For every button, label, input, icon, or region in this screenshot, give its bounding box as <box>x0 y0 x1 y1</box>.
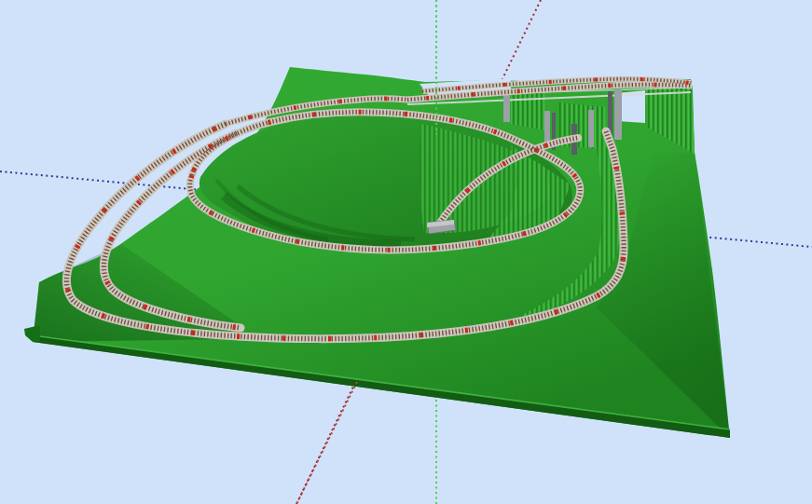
pier <box>614 89 622 140</box>
model-scene-canvas[interactable] <box>0 0 812 504</box>
pier <box>503 94 510 122</box>
pier <box>588 110 594 147</box>
app-viewport[interactable] <box>0 0 812 504</box>
